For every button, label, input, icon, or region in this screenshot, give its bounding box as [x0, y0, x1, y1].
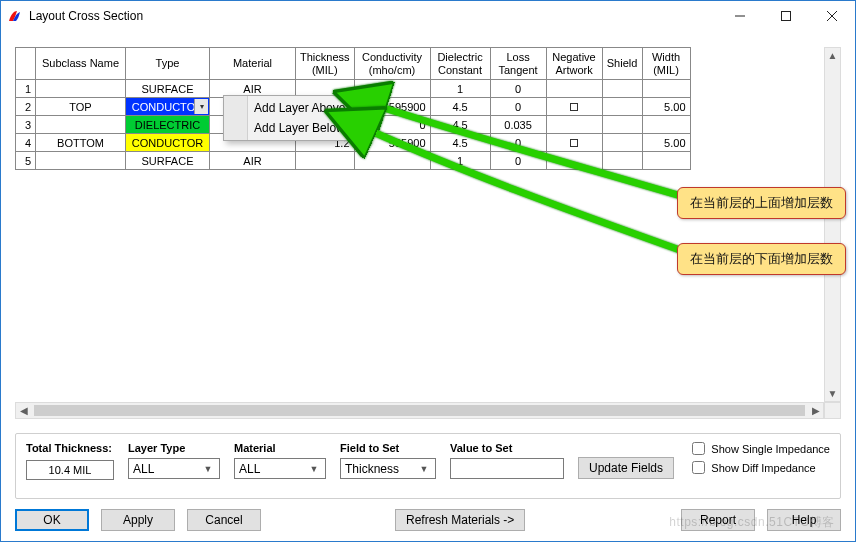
cell-dielectric[interactable]: 1 — [430, 152, 490, 170]
maximize-icon — [781, 11, 791, 21]
help-button[interactable]: Help — [767, 509, 841, 531]
cell-subclass[interactable] — [36, 80, 126, 98]
menu-add-layer-below[interactable]: Add Layer Below — [226, 118, 366, 138]
window-title: Layout Cross Section — [29, 9, 143, 23]
column-header[interactable]: Conductivity(mho/cm) — [354, 48, 430, 80]
column-header[interactable]: LossTangent — [490, 48, 546, 80]
titlebar: Layout Cross Section — [1, 1, 855, 31]
row-number[interactable]: 4 — [16, 134, 36, 152]
column-header[interactable]: Thickness(MIL) — [296, 48, 355, 80]
app-icon — [7, 8, 23, 24]
cell-width[interactable] — [642, 116, 690, 134]
horizontal-scrollbar[interactable]: ◀ ▶ — [15, 402, 824, 419]
ok-button[interactable]: OK — [15, 509, 89, 531]
cell-thickness[interactable] — [296, 152, 355, 170]
row-number[interactable]: 2 — [16, 98, 36, 116]
cell-subclass[interactable]: TOP — [36, 98, 126, 116]
cell-negative-artwork[interactable] — [546, 98, 602, 116]
cell-type[interactable]: CONDUCTOR — [126, 134, 210, 152]
row-number[interactable]: 3 — [16, 116, 36, 134]
field-select[interactable]: Thickness ▼ — [340, 458, 436, 479]
cell-negative-artwork[interactable] — [546, 134, 602, 152]
report-button[interactable]: Report — [681, 509, 755, 531]
apply-button[interactable]: Apply — [101, 509, 175, 531]
cell-shield[interactable] — [602, 152, 642, 170]
material-group: Material ALL ▼ — [234, 442, 326, 479]
cell-type[interactable]: CONDUCTOR▾ — [126, 98, 210, 116]
cell-dielectric[interactable]: 4.5 — [430, 134, 490, 152]
scroll-right-icon[interactable]: ▶ — [808, 403, 823, 418]
cell-loss-tangent[interactable]: 0 — [490, 134, 546, 152]
cell-shield[interactable] — [602, 116, 642, 134]
update-fields-button[interactable]: Update Fields — [578, 457, 674, 479]
minimize-button[interactable] — [717, 1, 763, 31]
cell-shield[interactable] — [602, 98, 642, 116]
minimize-icon — [735, 11, 745, 21]
cell-material[interactable]: AIR — [210, 152, 296, 170]
update-group: Update Fields — [578, 442, 674, 479]
row-number[interactable]: 5 — [16, 152, 36, 170]
cell-subclass[interactable] — [36, 152, 126, 170]
cell-dielectric[interactable]: 4.5 — [430, 98, 490, 116]
cell-width[interactable] — [642, 152, 690, 170]
dropdown-icon[interactable]: ▾ — [194, 99, 208, 114]
maximize-button[interactable] — [763, 1, 809, 31]
vertical-scrollbar[interactable]: ▲ ▼ — [824, 47, 841, 402]
menu-add-layer-above[interactable]: Add Layer Above — [226, 98, 366, 118]
value-input[interactable] — [450, 458, 564, 479]
cell-subclass[interactable] — [36, 116, 126, 134]
svg-rect-2 — [782, 12, 791, 21]
cell-negative-artwork[interactable] — [546, 80, 602, 98]
column-header[interactable]: NegativeArtwork — [546, 48, 602, 80]
column-header[interactable]: Subclass Name — [36, 48, 126, 80]
scroll-left-icon[interactable]: ◀ — [16, 403, 31, 418]
column-header[interactable]: DielectricConstant — [430, 48, 490, 80]
cell-conductivity[interactable] — [354, 152, 430, 170]
cell-width[interactable]: 5.00 — [642, 98, 690, 116]
scroll-thumb[interactable] — [34, 405, 805, 416]
cancel-button[interactable]: Cancel — [187, 509, 261, 531]
cell-type[interactable]: DIELECTRIC — [126, 116, 210, 134]
material-label: Material — [234, 442, 326, 454]
cell-dielectric[interactable]: 1 — [430, 80, 490, 98]
material-select[interactable]: ALL ▼ — [234, 458, 326, 479]
header-corner — [16, 48, 36, 80]
cell-negative-artwork[interactable] — [546, 116, 602, 134]
cell-loss-tangent[interactable]: 0 — [490, 80, 546, 98]
scroll-up-icon[interactable]: ▲ — [825, 48, 840, 63]
show-diff-impedance[interactable]: Show Diff Impedance — [692, 461, 830, 474]
context-menu[interactable]: Add Layer Above Add Layer Below — [223, 95, 369, 141]
refresh-materials-button[interactable]: Refresh Materials -> — [395, 509, 525, 531]
table-row[interactable]: 5SURFACEAIR10 — [16, 152, 691, 170]
cell-width[interactable] — [642, 80, 690, 98]
cell-dielectric[interactable]: 4.5 — [430, 116, 490, 134]
total-thickness-value: 10.4 MIL — [26, 460, 114, 480]
column-header[interactable]: Type — [126, 48, 210, 80]
show-single-impedance-checkbox[interactable] — [692, 442, 705, 455]
scroll-down-icon[interactable]: ▼ — [825, 386, 840, 401]
cell-loss-tangent[interactable]: 0.035 — [490, 116, 546, 134]
cell-type[interactable]: SURFACE — [126, 80, 210, 98]
cell-shield[interactable] — [602, 134, 642, 152]
callout-add-above: 在当前层的上面增加层数 — [677, 187, 846, 219]
cell-subclass[interactable]: BOTTOM — [36, 134, 126, 152]
column-header[interactable]: Material — [210, 48, 296, 80]
column-header[interactable]: Shield — [602, 48, 642, 80]
total-thickness-group: Total Thickness: 10.4 MIL — [26, 442, 114, 480]
cell-shield[interactable] — [602, 80, 642, 98]
cell-type[interactable]: SURFACE — [126, 152, 210, 170]
show-diff-impedance-checkbox[interactable] — [692, 461, 705, 474]
layer-type-label: Layer Type — [128, 442, 220, 454]
cell-loss-tangent[interactable]: 0 — [490, 98, 546, 116]
cell-width[interactable]: 5.00 — [642, 134, 690, 152]
show-single-impedance[interactable]: Show Single Impedance — [692, 442, 830, 455]
cell-loss-tangent[interactable]: 0 — [490, 152, 546, 170]
layer-type-select[interactable]: ALL ▼ — [128, 458, 220, 479]
cell-negative-artwork[interactable] — [546, 152, 602, 170]
chevron-down-icon: ▼ — [306, 459, 322, 478]
column-header[interactable]: Width(MIL) — [642, 48, 690, 80]
close-button[interactable] — [809, 1, 855, 31]
chevron-down-icon: ▼ — [200, 459, 216, 478]
row-number[interactable]: 1 — [16, 80, 36, 98]
window-root: Layout Cross Section Subclass NameTypeMa… — [0, 0, 856, 542]
